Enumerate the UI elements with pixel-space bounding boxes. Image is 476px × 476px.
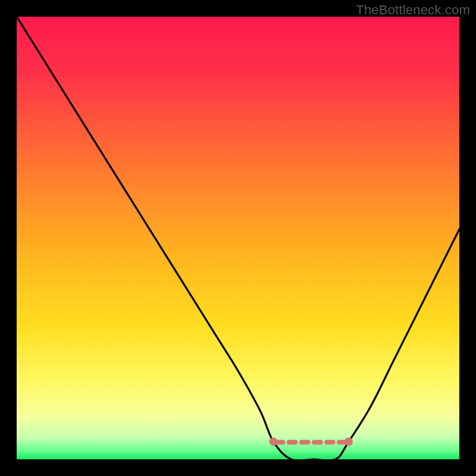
curve-layer xyxy=(17,17,459,459)
plateau-markers xyxy=(270,437,353,446)
watermark-text: TheBottleneck.com xyxy=(356,2,470,18)
chart-container: TheBottleneck.com xyxy=(0,0,476,476)
bottleneck-curve xyxy=(17,17,459,459)
plot-area xyxy=(17,17,459,459)
